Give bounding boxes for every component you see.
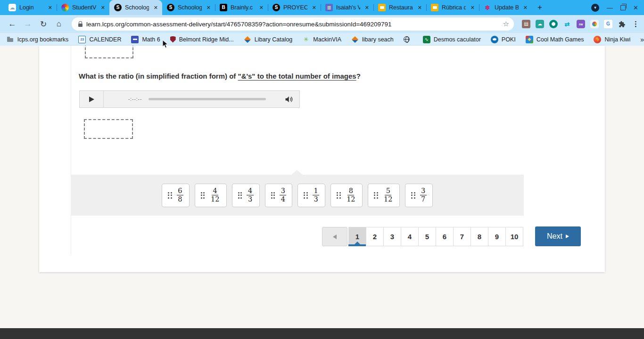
books-extension-icon[interactable] bbox=[522, 20, 530, 28]
fraction-tile[interactable]: 4 3 bbox=[232, 184, 260, 207]
tab-strip: Login ✕ StudentV ✕ Schoolog ✕ Schoolog ✕… bbox=[0, 0, 532, 15]
audio-progress-bar[interactable] bbox=[149, 98, 266, 100]
fraction-value: 3 7 bbox=[420, 187, 427, 204]
ring-extension-icon[interactable] bbox=[549, 20, 558, 28]
drag-handle-icon[interactable] bbox=[201, 192, 205, 199]
drag-handle-icon[interactable] bbox=[304, 192, 308, 199]
read-write-extension-icon[interactable] bbox=[577, 20, 585, 28]
drag-handle-icon[interactable] bbox=[238, 192, 242, 199]
tab-close-icon[interactable]: ✕ bbox=[258, 4, 265, 11]
bookmark-item[interactable]: MackinVIA bbox=[302, 36, 341, 43]
fraction-value: 5 12 bbox=[383, 187, 394, 204]
fraction-tile[interactable]: 6 8 bbox=[162, 184, 190, 207]
drag-handle-icon[interactable] bbox=[168, 192, 172, 199]
browser-tab[interactable]: Rúbrica d ✕ bbox=[426, 0, 479, 15]
bookmark-item[interactable]: Math 6 bbox=[131, 36, 160, 43]
drag-handle-icon[interactable] bbox=[271, 192, 275, 199]
close-icon[interactable]: ✕ bbox=[633, 4, 638, 11]
back-icon[interactable]: ← bbox=[7, 18, 18, 30]
browser-tab[interactable]: StudentV ✕ bbox=[57, 0, 109, 15]
volume-icon[interactable] bbox=[285, 96, 294, 103]
assessment-card: What is the ratio (in simplified fractio… bbox=[39, 46, 605, 272]
bookmark-item[interactable] bbox=[404, 36, 413, 42]
browser-tab[interactable]: Isaiah's V ✕ bbox=[321, 0, 373, 15]
fraction-numerator: 3 bbox=[280, 187, 286, 195]
page-number-button[interactable]: 4 bbox=[401, 227, 419, 246]
bookmark-star-icon[interactable]: ☆ bbox=[503, 20, 509, 28]
browser-tab[interactable]: Schoolog ✕ bbox=[162, 0, 215, 15]
bookmark-item[interactable]: Desmos caculator bbox=[423, 36, 481, 43]
page-number-button[interactable]: 5 bbox=[418, 227, 436, 246]
page-number-button[interactable]: 7 bbox=[453, 227, 471, 246]
tab-close-icon[interactable]: ✕ bbox=[522, 4, 529, 11]
tab-close-icon[interactable]: ✕ bbox=[152, 4, 159, 11]
fraction-tile[interactable]: 3 4 bbox=[265, 184, 293, 207]
browser-tab[interactable]: Login ✕ bbox=[4, 0, 57, 15]
bookmark-item[interactable]: Ninja Kiwi bbox=[594, 36, 630, 43]
forward-icon[interactable]: → bbox=[22, 18, 33, 30]
photos-extension-icon[interactable] bbox=[590, 20, 599, 28]
play-icon bbox=[89, 97, 94, 102]
browser-tab[interactable]: PROYECT ✕ bbox=[268, 0, 321, 15]
bookmark-item[interactable]: Cool Math Games bbox=[526, 36, 584, 43]
bookmark-item[interactable]: CALENDER bbox=[78, 36, 121, 43]
browser-tab[interactable]: Restaura ✕ bbox=[373, 0, 426, 15]
globe-icon bbox=[404, 36, 410, 42]
bookmarks-overflow-chevron[interactable]: » bbox=[640, 36, 644, 43]
home-icon[interactable]: ⌂ bbox=[53, 18, 65, 30]
bookmark-item[interactable]: lcps.org bookmarks bbox=[7, 36, 68, 43]
bookmark-label: Math 6 bbox=[142, 36, 160, 43]
audio-play-button[interactable] bbox=[80, 91, 104, 107]
page-number-button[interactable]: 6 bbox=[436, 227, 454, 246]
bookmark-item[interactable]: POKI bbox=[491, 36, 516, 43]
fraction-denominator: 12 bbox=[209, 195, 220, 203]
page-number-button[interactable]: 10 bbox=[505, 227, 523, 246]
browser-tab[interactable]: Schoolog ✕ bbox=[109, 0, 162, 15]
tab-close-icon[interactable]: ✕ bbox=[311, 4, 318, 11]
drag-handle-icon[interactable] bbox=[374, 192, 378, 199]
bookmark-label: Ninja Kiwi bbox=[604, 36, 630, 43]
answer-dropzone[interactable] bbox=[84, 119, 133, 139]
tab-close-icon[interactable]: ✕ bbox=[363, 4, 371, 11]
page-number-button[interactable]: 8 bbox=[471, 227, 488, 246]
page-number-button[interactable]: 9 bbox=[488, 227, 506, 246]
restore-icon[interactable] bbox=[620, 5, 626, 10]
page-number-button[interactable]: 1 bbox=[348, 227, 366, 246]
tab-close-icon[interactable]: ✕ bbox=[416, 4, 423, 11]
drag-handle-icon[interactable] bbox=[411, 192, 415, 199]
next-button[interactable]: Next bbox=[535, 226, 581, 246]
minimize-icon[interactable]: — bbox=[607, 4, 613, 11]
drag-handle-icon[interactable] bbox=[337, 192, 341, 199]
extensions-puzzle-icon[interactable] bbox=[618, 20, 626, 28]
bookmark-item[interactable]: libary seach bbox=[351, 36, 394, 43]
fraction-tile[interactable]: 5 12 bbox=[368, 184, 400, 207]
fraction-tile[interactable]: 1 3 bbox=[297, 184, 325, 207]
extensions-area: ⋮ bbox=[520, 20, 639, 28]
fraction-denominator: 4 bbox=[280, 195, 286, 203]
arrows-extension-icon[interactable] bbox=[563, 20, 571, 28]
page-number-button[interactable]: 3 bbox=[383, 227, 401, 246]
fraction-tile[interactable]: 4 12 bbox=[195, 184, 227, 207]
tab-close-icon[interactable]: ✕ bbox=[47, 4, 54, 11]
bookmark-item[interactable]: Belmont Ridge Mid... bbox=[170, 36, 234, 43]
tab-close-icon[interactable]: ✕ bbox=[205, 4, 212, 11]
tab-close-icon[interactable]: ✕ bbox=[99, 4, 107, 11]
fraction-tile[interactable]: 3 7 bbox=[405, 184, 433, 207]
browser-tab[interactable]: Update B ✕ bbox=[479, 0, 532, 15]
reload-icon[interactable]: ↻ bbox=[38, 18, 49, 30]
translate-extension-icon[interactable] bbox=[604, 20, 612, 28]
browser-tab[interactable]: Brainly.c ✕ bbox=[215, 0, 268, 15]
browser-menu-icon[interactable]: ⋮ bbox=[632, 20, 639, 28]
answer-dropzone-previous[interactable] bbox=[85, 46, 133, 58]
previous-page-button[interactable] bbox=[322, 227, 347, 246]
page-number-button[interactable]: 2 bbox=[366, 227, 384, 246]
tab-close-icon[interactable]: ✕ bbox=[469, 4, 476, 11]
address-bar[interactable]: learn.lcps.org/common-assessment-deliver… bbox=[72, 17, 514, 31]
bookmark-item[interactable]: Libary Catalog bbox=[244, 36, 293, 43]
url-text[interactable]: learn.lcps.org/common-assessment-deliver… bbox=[86, 21, 499, 28]
cloud-extension-icon[interactable] bbox=[536, 20, 544, 28]
math6-icon bbox=[131, 36, 139, 43]
new-tab-button[interactable]: + bbox=[534, 0, 546, 15]
fraction-tile[interactable]: 8 12 bbox=[330, 184, 363, 207]
tab-search-icon[interactable]: ▾ bbox=[591, 4, 599, 12]
